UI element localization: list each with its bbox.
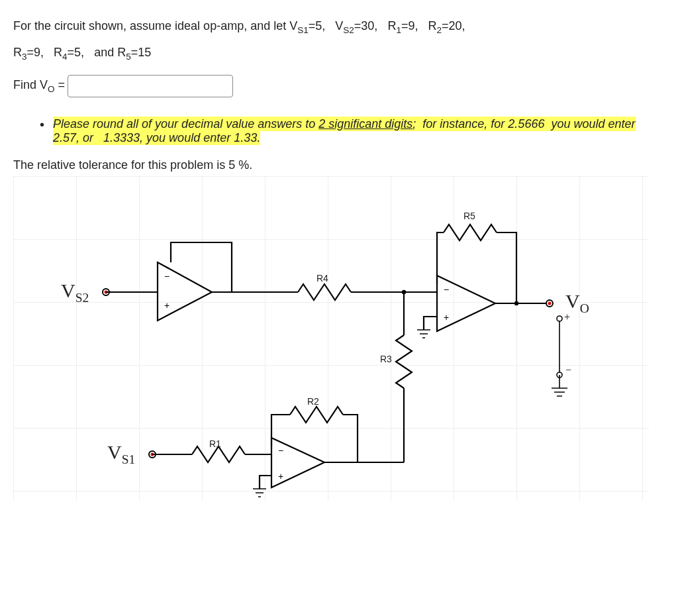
label-r1: R1 — [209, 438, 221, 449]
sub: 5 — [126, 52, 131, 62]
text: Please round all of your decimal value a… — [53, 117, 318, 130]
find-label: Find VO = — [13, 78, 65, 94]
svg-text:−: − — [164, 271, 170, 282]
note-highlight: Please round all of your decimal value a… — [53, 117, 636, 145]
label-r2: R2 — [307, 396, 319, 407]
text: For the circuit shown, assume ideal op-a… — [13, 19, 297, 32]
svg-point-14 — [557, 316, 562, 321]
text: R — [47, 46, 62, 59]
svg-text:−: − — [444, 284, 449, 295]
text: V — [328, 19, 343, 32]
val: =5, — [309, 19, 326, 32]
sub: 3 — [22, 52, 27, 62]
val: =9, — [401, 19, 418, 32]
svg-text:+: + — [444, 312, 449, 323]
problem-statement: For the circuit shown, assume ideal op-a… — [13, 13, 665, 67]
text: R — [381, 19, 396, 32]
label-r5: R5 — [463, 211, 475, 221]
sub: S1 — [297, 25, 309, 35]
answer-input[interactable] — [68, 75, 233, 97]
text: R — [13, 46, 22, 59]
val: =20, — [442, 19, 465, 32]
text: Find V — [13, 78, 48, 91]
label-vs1: VS1 — [107, 441, 135, 467]
val: =5, — [68, 46, 85, 59]
sub: 4 — [62, 52, 68, 62]
vo-plus: + — [564, 311, 570, 323]
val: =30, — [354, 19, 378, 32]
val: =9, — [27, 46, 44, 59]
label-vs2: VS2 — [61, 280, 89, 305]
svg-text:+: + — [164, 300, 170, 311]
circuit-diagram: − + − + — [13, 176, 649, 501]
svg-point-11 — [514, 301, 518, 305]
sub: O — [48, 83, 55, 93]
svg-text:−: − — [278, 445, 283, 456]
sub: S2 — [343, 25, 354, 35]
svg-point-13 — [548, 301, 552, 305]
label-r3: R3 — [380, 354, 392, 364]
tolerance-text: The relative tolerance for this problem … — [13, 158, 665, 172]
find-row: Find VO = — [13, 75, 665, 97]
text: R — [421, 19, 436, 32]
vo-minus: − — [565, 364, 571, 376]
eq: = — [55, 78, 66, 91]
label-r4: R4 — [316, 273, 328, 283]
rounding-note: Please round all of your decimal value a… — [53, 117, 665, 145]
sub: 2 — [436, 25, 442, 35]
svg-text:+: + — [278, 471, 283, 482]
val: =15 — [131, 46, 152, 59]
text: 2 significant digits — [318, 117, 412, 130]
sub: 1 — [396, 25, 401, 35]
text: and R — [87, 46, 126, 59]
